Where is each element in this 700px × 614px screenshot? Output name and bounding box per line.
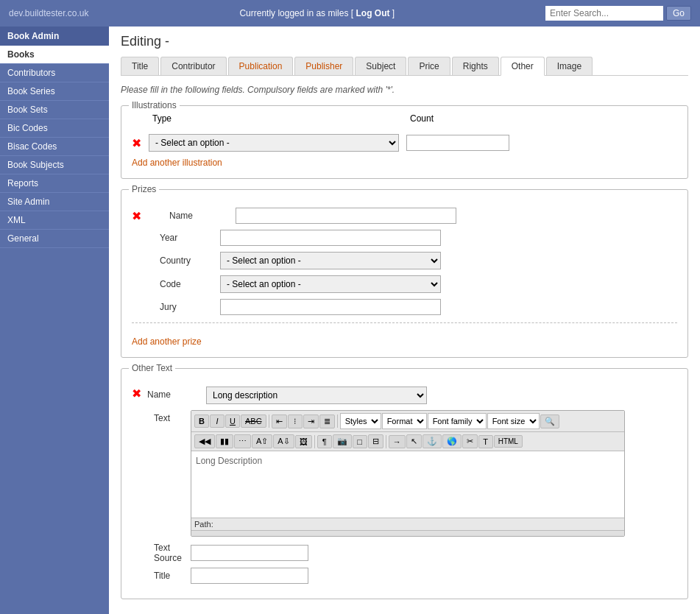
sidebar-item-site-admin[interactable]: Site Admin [0, 193, 109, 211]
search-button[interactable]: Go [666, 6, 691, 21]
rte-path-label: Path: [194, 520, 213, 529]
rte-table-button[interactable]: ⊟ [368, 434, 383, 448]
rte-img2-button[interactable]: 📷 [333, 434, 352, 448]
illustrations-remove-icon[interactable]: ✖ [132, 136, 141, 150]
rte-font-bigger-button[interactable]: A⇧ [252, 434, 272, 448]
sidebar-item-reports[interactable]: Reports [0, 174, 109, 193]
ot-text-row: Text B I U ABC ⇤ ⁝ ⇥ ≣ [132, 410, 677, 537]
illustrations-type-select[interactable]: - Select an option - Black and white ill… [149, 134, 399, 152]
tab-price[interactable]: Price [408, 57, 450, 75]
prizes-divider [132, 322, 677, 323]
tab-subject[interactable]: Subject [355, 57, 406, 75]
sidebar-item-books[interactable]: Books [0, 46, 109, 64]
tab-rights[interactable]: Rights [452, 57, 499, 75]
rte-align-left-button[interactable]: ⇤ [272, 414, 287, 428]
prize-year-input[interactable] [220, 230, 441, 246]
rte-back-button[interactable]: ◀◀ [194, 434, 215, 448]
rte-box-button[interactable]: □ [353, 435, 367, 448]
sidebar-item-book-subjects[interactable]: Book Subjects [0, 156, 109, 174]
rte-pause-button[interactable]: ▮▮ [216, 434, 233, 448]
rte-underline-button[interactable]: U [225, 414, 240, 428]
prize-name-input[interactable] [236, 208, 456, 224]
sidebar-item-bisac-codes[interactable]: Bisac Codes [0, 138, 109, 156]
prizes-legend: Prizes [129, 184, 159, 194]
page-title: Editing - [121, 34, 688, 49]
other-text-form: ✖ Name Long description Short descriptio… [132, 387, 677, 584]
logout-link[interactable]: Log Out [356, 8, 389, 18]
rte-toolbar-row2: ◀◀ ▮▮ ⋯ A⇧ A⇩ 🖼 ¶ 📷 □ ⊟ → [191, 432, 624, 451]
search-bar: Go [545, 6, 691, 21]
ot-remove-icon[interactable]: ✖ [132, 387, 141, 400]
rte-globe-button[interactable]: 🌎 [442, 434, 462, 448]
prize-code-label: Code [132, 279, 220, 289]
sidebar-header: Book Admin [0, 27, 109, 46]
tab-other[interactable]: Other [501, 57, 545, 76]
tab-publisher[interactable]: Publisher [294, 57, 353, 75]
add-prize-link[interactable]: Add another prize [132, 336, 202, 347]
tab-contributor[interactable]: Contributor [160, 57, 226, 75]
rte-separator-4 [386, 435, 386, 448]
user-info: Currently logged in as miles [ Log Out ] [239, 8, 395, 18]
ot-title-input[interactable] [191, 568, 308, 584]
rte-separator-2 [337, 414, 338, 428]
rte-justify-button[interactable]: ≣ [319, 414, 335, 428]
tab-image[interactable]: Image [546, 57, 593, 75]
rte-bold-button[interactable]: B [194, 414, 209, 428]
rte-dots-button[interactable]: ⋯ [234, 434, 251, 448]
instruction-text: Please fill in the following fields. Com… [121, 85, 688, 95]
ot-text-label: Text [132, 410, 191, 423]
sidebar-item-general[interactable]: General [0, 230, 109, 248]
illustrations-row: ✖ - Select an option - Black and white i… [132, 134, 677, 152]
rte-resize-handle[interactable] [191, 530, 624, 536]
sidebar-item-book-series[interactable]: Book Series [0, 82, 109, 101]
rte-placeholder: Long Description [196, 456, 262, 466]
rte-anchor-button[interactable]: ⚓ [423, 434, 442, 448]
rte-strikethrough-button[interactable]: ABC [241, 414, 266, 428]
ot-text-source-input[interactable] [191, 545, 308, 561]
prize-jury-input[interactable] [220, 299, 441, 315]
sidebar-item-bic-codes[interactable]: Bic Codes [0, 119, 109, 138]
rte-path: Path: [191, 518, 624, 530]
tab-bar: Title Contributor Publication Publisher … [121, 57, 688, 76]
prize-name-row: ✖ Name [132, 208, 677, 224]
rte-font-smaller-button[interactable]: A⇩ [273, 434, 294, 448]
rte-format-select[interactable]: Format [382, 413, 427, 429]
rte-unlink-button[interactable]: ↖ [406, 434, 422, 448]
rte-font-size-select[interactable]: Font size [487, 413, 540, 429]
prize-code-select[interactable]: - Select an option - [220, 275, 441, 293]
rte-toolbar-row1: B I U ABC ⇤ ⁝ ⇥ ≣ Styles [191, 411, 624, 432]
ot-name-label: Name [147, 387, 206, 400]
sidebar: Book Admin Books Contributors Book Serie… [0, 27, 109, 614]
logged-in-text: Currently logged in as miles [239, 8, 348, 18]
rte-italic-button[interactable]: I [210, 414, 225, 428]
rte-html-button[interactable]: HTML [494, 435, 523, 448]
prize-jury-row: Jury [132, 299, 677, 315]
sidebar-item-book-sets[interactable]: Book Sets [0, 101, 109, 119]
rte-para-button[interactable]: ¶ [317, 435, 332, 448]
rte-align-center-button[interactable]: ⁝ [288, 414, 303, 428]
rte-image-button[interactable]: 🖼 [295, 435, 312, 448]
topbar: dev.buildtester.co.uk Currently logged i… [0, 0, 700, 27]
rte-spell-check-button[interactable]: 🔍 [540, 414, 559, 428]
rte-link-button[interactable]: → [389, 435, 406, 448]
rte-cut-button[interactable]: ✂ [462, 434, 478, 448]
tab-publication[interactable]: Publication [228, 57, 294, 75]
search-input[interactable] [545, 6, 663, 21]
illustrations-count-input[interactable] [406, 135, 509, 151]
rte-text-button[interactable]: T [478, 435, 493, 448]
rte-body[interactable]: Long Description [191, 451, 624, 518]
rte-separator-1 [269, 414, 269, 428]
ot-name-select[interactable]: Long description Short description Revie… [206, 387, 427, 404]
prize-remove-icon[interactable]: ✖ [132, 209, 141, 223]
rte-font-family-select[interactable]: Font family [428, 413, 487, 429]
prize-country-select[interactable]: - Select an option - [220, 252, 441, 269]
sidebar-item-xml[interactable]: XML [0, 211, 109, 230]
prizes-form: ✖ Name Year Country - Select an option -… [132, 208, 677, 347]
prize-year-label: Year [132, 233, 220, 243]
add-illustration-link[interactable]: Add another illustration [132, 158, 222, 168]
rte-styles-select[interactable]: Styles [340, 413, 381, 429]
rte-align-right-button[interactable]: ⇥ [303, 414, 319, 428]
prize-code-row: Code - Select an option - [132, 275, 677, 293]
sidebar-item-contributors[interactable]: Contributors [0, 64, 109, 82]
tab-title[interactable]: Title [121, 57, 159, 75]
